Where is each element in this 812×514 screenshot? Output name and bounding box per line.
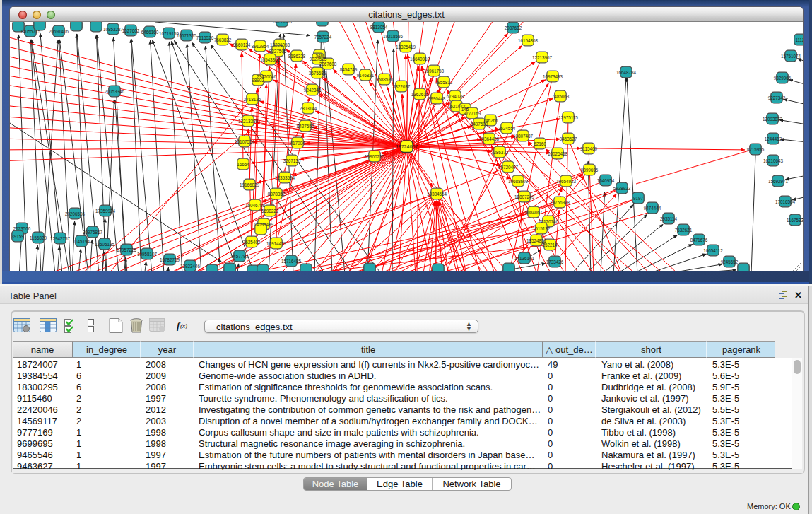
svg-text:8471676: 8471676 [690, 238, 708, 243]
svg-text:15692971: 15692971 [768, 179, 789, 184]
svg-text:7955812: 7955812 [435, 80, 453, 85]
svg-text:3675685: 3675685 [309, 71, 326, 76]
svg-text:9242848: 9242848 [304, 88, 322, 93]
svg-text:8322037: 8322037 [393, 84, 411, 89]
svg-text:19756928: 19756928 [550, 200, 570, 205]
svg-text:9457791: 9457791 [231, 254, 249, 259]
svg-text:39159: 39159 [11, 234, 24, 239]
svg-text:18724007: 18724007 [396, 144, 418, 149]
svg-text:17016504: 17016504 [775, 199, 796, 204]
svg-text:8454749: 8454749 [340, 67, 358, 72]
svg-text:14055715: 14055715 [20, 29, 41, 34]
svg-text:20364436: 20364436 [479, 136, 500, 141]
svg-text:(x): (x) [180, 322, 187, 329]
svg-text:16914479: 16914479 [266, 241, 287, 246]
svg-text:16640910: 16640910 [410, 57, 430, 62]
svg-text:19166829: 19166829 [240, 182, 260, 187]
svg-text:2867608: 2867608 [319, 62, 337, 66]
svg-text:417004: 417004 [290, 141, 305, 146]
svg-text:9777169: 9777169 [464, 111, 481, 116]
svg-text:12942757: 12942757 [50, 236, 71, 241]
svg-text:1156829: 1156829 [30, 235, 47, 240]
svg-text:18807249: 18807249 [514, 194, 535, 199]
svg-text:1145194: 1145194 [73, 239, 90, 244]
svg-text:8878352: 8878352 [268, 192, 286, 197]
svg-text:15720407: 15720407 [498, 165, 519, 170]
svg-text:1112: 1112 [795, 37, 803, 42]
svg-text:9463627: 9463627 [560, 136, 577, 141]
svg-text:62160: 62160 [534, 141, 546, 146]
svg-text:12213389: 12213389 [238, 119, 259, 124]
svg-text:10973493: 10973493 [543, 74, 563, 79]
svg-text:9227342: 9227342 [768, 95, 786, 100]
svg-text:8912954: 8912954 [252, 44, 269, 49]
svg-text:19218586: 19218586 [383, 34, 404, 39]
svg-text:13226058: 13226058 [270, 42, 290, 47]
svg-text:9327505: 9327505 [310, 57, 327, 62]
svg-text:7386372: 7386372 [491, 150, 509, 155]
svg-text:8990448: 8990448 [428, 96, 446, 101]
svg-text:5938923: 5938923 [613, 186, 631, 191]
svg-text:17957225: 17957225 [117, 247, 137, 252]
svg-text:12093872: 12093872 [763, 117, 783, 122]
svg-text:10120746: 10120746 [539, 219, 559, 224]
svg-text:13325419: 13325419 [396, 45, 416, 49]
svg-text:16648784: 16648784 [616, 70, 637, 75]
svg-text:16107554: 16107554 [235, 139, 255, 144]
svg-text:19654923: 19654923 [556, 179, 577, 184]
svg-text:12975115: 12975115 [558, 115, 578, 120]
svg-text:9329966: 9329966 [774, 76, 792, 81]
svg-text:2935114: 2935114 [660, 216, 678, 221]
svg-text:16154808: 16154808 [518, 38, 539, 43]
svg-text:3624554: 3624554 [498, 126, 516, 131]
svg-text:2623506: 2623506 [13, 226, 31, 231]
svg-text:746266: 746266 [483, 118, 498, 123]
svg-text:10958107: 10958107 [137, 252, 158, 257]
svg-text:30975867: 30975867 [83, 230, 103, 235]
svg-text:9197: 9197 [633, 196, 644, 201]
svg-text:1640954: 1640954 [597, 178, 615, 183]
svg-text:9084067: 9084067 [525, 210, 543, 215]
svg-text:16961758: 16961758 [424, 69, 445, 74]
svg-text:1733426: 1733426 [546, 259, 564, 264]
svg-text:10025458: 10025458 [548, 151, 568, 156]
svg-text:8186328: 8186328 [288, 54, 306, 59]
svg-text:6794028: 6794028 [447, 94, 464, 99]
svg-text:5698222: 5698222 [261, 209, 279, 214]
svg-text:12923446: 12923446 [180, 264, 201, 269]
svg-text:15751074: 15751074 [781, 54, 801, 59]
svg-text:1362615: 1362615 [411, 92, 429, 97]
svg-text:15716485: 15716485 [281, 259, 302, 264]
svg-text:12213967: 12213967 [532, 55, 553, 60]
svg-text:0899695: 0899695 [581, 168, 599, 173]
svg-text:20206536: 20206536 [65, 211, 86, 216]
svg-text:14136141: 14136141 [514, 256, 535, 261]
svg-text:1167533: 1167533 [787, 218, 803, 223]
svg-text:20053346: 20053346 [105, 89, 125, 94]
svg-text:7515526: 7515526 [196, 35, 214, 40]
svg-text:17359924: 17359924 [95, 209, 116, 214]
svg-text:12505135: 12505135 [95, 242, 115, 247]
svg-text:16654: 16654 [237, 162, 249, 167]
svg-text:6466160: 6466160 [141, 30, 159, 35]
svg-text:252214: 252214 [542, 243, 558, 247]
svg-text:8427552: 8427552 [297, 124, 314, 129]
svg-text:2803144: 2803144 [300, 106, 317, 111]
svg-text:7663822: 7663822 [214, 37, 232, 42]
svg-text:7625402: 7625402 [243, 240, 261, 245]
svg-text:7357224: 7357224 [314, 35, 332, 40]
svg-text:9115460: 9115460 [580, 146, 598, 151]
svg-text:2087682: 2087682 [505, 25, 522, 30]
svg-text:9327505: 9327505 [269, 49, 287, 54]
svg-text:10688609: 10688609 [508, 179, 529, 184]
svg-text:9660124: 9660124 [233, 42, 251, 47]
svg-text:16046798: 16046798 [245, 203, 266, 208]
svg-text:10654112: 10654112 [703, 248, 723, 253]
svg-text:3267130: 3267130 [283, 158, 301, 163]
svg-text:15900215: 15900215 [365, 154, 385, 159]
svg-text:1527602: 1527602 [122, 28, 140, 33]
svg-text:16543362: 16543362 [260, 57, 281, 62]
svg-text:10853287: 10853287 [103, 27, 124, 32]
svg-text:1615132: 1615132 [533, 226, 551, 231]
svg-text:19384554: 19384554 [427, 192, 447, 197]
